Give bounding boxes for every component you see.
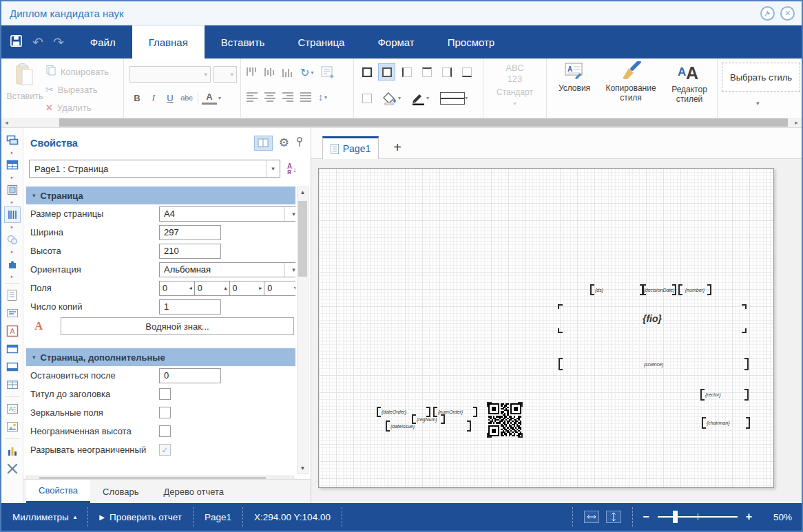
border-bottom-icon[interactable] [458, 63, 475, 81]
align-left-icon[interactable] [247, 92, 258, 102]
font-size-select[interactable]: ▾ [213, 66, 237, 83]
fit-height-icon[interactable] [606, 511, 621, 523]
rotate-icon[interactable]: ↻▾ [300, 66, 313, 79]
pin-circle-icon[interactable] [760, 6, 775, 21]
status-page-label[interactable]: Page1 [194, 503, 242, 531]
expander-icon[interactable]: ▸ [11, 199, 14, 206]
conditions-button[interactable]: AУсловия [552, 61, 596, 94]
richtext-icon[interactable]: A [4, 323, 21, 339]
textbox-icon[interactable] [4, 305, 21, 321]
border-top-icon[interactable] [418, 63, 435, 81]
paste-button[interactable]: Вставить [7, 63, 43, 112]
zoom-slider-thumb[interactable] [673, 511, 678, 523]
strikethrough-button[interactable]: abc [179, 90, 194, 105]
margin-input-bottom[interactable]: 0▾ [264, 281, 295, 296]
chevron-down-icon[interactable]: ▾ [284, 207, 295, 221]
report-field-ds[interactable]: {ds} [592, 285, 643, 295]
align-justify-icon[interactable] [300, 92, 311, 102]
new-page-button[interactable]: + [388, 138, 406, 157]
align-center-icon[interactable] [264, 92, 275, 102]
panel-vertical-scrollbar[interactable]: ▲ ▼ [297, 187, 309, 474]
sort-az-icon[interactable]: Ая↓ [287, 161, 304, 178]
expander-icon[interactable]: ▸ [11, 149, 14, 156]
fit-width-icon[interactable] [584, 511, 599, 523]
report-field-science[interactable]: {science} [560, 359, 747, 370]
object-selector[interactable]: Page1 : Страница ▾ [29, 160, 280, 178]
gear-icon[interactable]: ⚙ [279, 136, 289, 150]
panel-bottom-icon[interactable] [4, 359, 21, 375]
margin-input-top[interactable]: 0▴ [194, 281, 230, 296]
units-selector[interactable]: Миллиметры▴ [1, 503, 87, 531]
barcode-icon[interactable] [4, 206, 21, 223]
band-icon[interactable] [4, 132, 21, 149]
expander-icon[interactable]: ▸ [11, 224, 14, 231]
undo-icon[interactable]: ↶ [32, 36, 43, 49]
report-field-rector[interactable]: {rector} [702, 390, 747, 400]
align-top-icon[interactable] [247, 67, 258, 77]
scroll-down-icon[interactable]: ▼ [298, 463, 308, 474]
chevron-down-icon[interactable]: ▾ [266, 160, 280, 177]
mirror-margins-checkbox[interactable] [159, 407, 171, 418]
orientation-select[interactable]: Альбомная▾ [159, 262, 295, 277]
scroll-up-icon[interactable]: ▲ [298, 187, 308, 198]
font-color-button[interactable]: A [202, 92, 217, 105]
panel-tab-0[interactable]: Свойства [26, 480, 90, 503]
ribbon-tab-format[interactable]: Формат [361, 25, 430, 58]
cut-button[interactable]: ✂ Вырезать [45, 82, 98, 97]
report-field-number[interactable]: {number} [680, 285, 710, 295]
underline-button[interactable]: U [163, 90, 178, 105]
section-header[interactable]: ▾Страница, дополнительные [26, 348, 295, 366]
report-field-fio[interactable]: {fio} [559, 306, 745, 332]
report-field-chairman[interactable]: {chairman} [703, 418, 749, 428]
select-style-dropdown-icon[interactable]: ▾ [756, 100, 760, 107]
border-all-icon[interactable] [358, 63, 375, 81]
crosstab-icon[interactable] [4, 182, 21, 198]
border-right-icon[interactable] [438, 63, 455, 81]
unlimited-height-checkbox[interactable] [159, 425, 171, 437]
bold-button[interactable]: B [129, 90, 145, 105]
font-name-select[interactable]: ▾ [129, 66, 211, 83]
report-field-decisionDate[interactable]: {decisionDate} [643, 285, 675, 295]
fill-color-icon[interactable]: ▾ [379, 89, 404, 107]
zoom-out-button[interactable]: − [643, 511, 649, 523]
section-header[interactable]: ▾Страница [26, 187, 295, 204]
qr-code[interactable] [488, 403, 521, 436]
scrollbar-thumb[interactable] [298, 201, 307, 277]
save-icon[interactable] [10, 34, 23, 50]
line-spacing-icon[interactable]: ↕▾ [318, 92, 327, 103]
scroll-left-icon[interactable]: ◂ [1, 118, 12, 127]
ribbon-tab-preview[interactable]: Просмотр [431, 25, 512, 58]
report-field-dateIssue[interactable]: {dateIssue} [387, 421, 470, 431]
expander-icon[interactable]: ▸ [11, 174, 14, 181]
text-options-icon[interactable] [320, 65, 335, 79]
margin-input-right[interactable]: 0▸ [229, 281, 265, 296]
text-format-dropdown-icon[interactable]: ▾ [483, 100, 546, 107]
align-bottom-icon[interactable] [282, 67, 293, 77]
component-icon[interactable] [4, 256, 21, 273]
page-size-select[interactable]: A4▾ [159, 206, 295, 222]
panel-tab-2[interactable]: Дерево отчета [151, 480, 236, 503]
scroll-right-icon[interactable]: ▸ [791, 118, 802, 127]
pen-color-icon[interactable]: ▾ [408, 89, 432, 107]
tab-page1[interactable]: Page1 [322, 136, 379, 159]
ribbon-tab-home[interactable]: Главная [132, 25, 205, 58]
line-style-icon[interactable]: ▾ [436, 89, 472, 107]
watermark-button[interactable]: Водяной знак... [61, 317, 294, 335]
italic-button[interactable]: I [146, 90, 161, 105]
tools-icon[interactable] [4, 460, 21, 477]
chart-icon[interactable] [4, 443, 21, 459]
zoom-value[interactable]: 50% [760, 512, 792, 522]
copy-button[interactable]: Копировать [45, 64, 109, 79]
pin-icon[interactable] [295, 136, 304, 150]
delete-button[interactable]: ✕ Удалить [45, 100, 92, 115]
select-style-button[interactable]: Выбрать стиль [722, 63, 800, 92]
text-format-button[interactable]: АВС 123 Стандарт ▾ [483, 63, 546, 107]
border-outer-icon[interactable] [378, 63, 395, 81]
shape-icon[interactable] [4, 231, 21, 248]
border-left-icon[interactable] [398, 63, 415, 81]
panel-tab-1[interactable]: Словарь [90, 480, 151, 503]
table-icon[interactable] [4, 376, 21, 393]
expander-icon[interactable]: ▸ [11, 273, 14, 280]
ribbon-tab-file[interactable]: Файл [74, 25, 132, 58]
panel-top-icon[interactable] [4, 341, 21, 357]
